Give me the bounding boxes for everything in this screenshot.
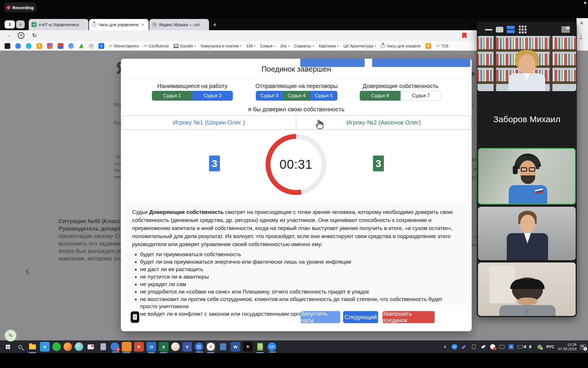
google-drive-icon[interactable] bbox=[79, 44, 84, 48]
usb-device-icon[interactable] bbox=[471, 344, 477, 350]
yandex-tray-icon[interactable] bbox=[490, 344, 495, 349]
stacked-view-icon[interactable] bbox=[507, 26, 515, 29]
back-icon[interactable]: ← bbox=[6, 32, 12, 39]
gallery-view-icon[interactable] bbox=[519, 26, 527, 33]
mini-card-button[interactable] bbox=[131, 311, 139, 323]
screen-recorder-icon[interactable] bbox=[86, 342, 96, 352]
battery-icon[interactable] bbox=[517, 344, 523, 350]
tab-music[interactable]: Яндекс Музыка — соби bbox=[149, 19, 209, 30]
windows-start-button[interactable] bbox=[3, 342, 13, 352]
globe-app-icon[interactable] bbox=[75, 342, 83, 351]
bookmark-y25[interactable]: ✂ Y25 bbox=[436, 43, 448, 49]
bookmark-komunalka[interactable]: Комуналка и платеж ▾ bbox=[201, 44, 241, 48]
download-icon[interactable]: ↓ bbox=[580, 32, 582, 39]
visio-icon[interactable]: V bbox=[182, 342, 192, 352]
clock[interactable]: 13:2607.09.2024 bbox=[558, 342, 577, 351]
file-explorer-icon[interactable] bbox=[28, 342, 37, 352]
bookmark-label: ЦК Архитектура bbox=[343, 44, 373, 48]
outlook-tray-icon[interactable]: O bbox=[508, 344, 514, 349]
bookmark-timer[interactable]: Часы для управле bbox=[381, 44, 421, 48]
judge-2-button[interactable]: Судья 2 bbox=[192, 91, 233, 101]
paint-icon[interactable] bbox=[171, 342, 180, 351]
collapse-thumbnails-chevron[interactable]: ∨ bbox=[477, 306, 577, 315]
vpn-curve-icon[interactable] bbox=[480, 344, 487, 350]
page-header-button-left[interactable] bbox=[300, 59, 365, 67]
layout-view-icon[interactable] bbox=[561, 26, 570, 33]
bookmark-serials[interactable]: Сериалы ▾ bbox=[294, 44, 314, 48]
yandex-home-icon[interactable]: Я bbox=[18, 32, 24, 39]
bookmark-family[interactable]: Семья ▾ bbox=[260, 44, 275, 48]
page-header-button-right[interactable] bbox=[372, 59, 470, 67]
yandex-browser-icon[interactable]: Y bbox=[206, 342, 216, 352]
favicon-swoosh-icon[interactable] bbox=[68, 43, 74, 49]
speaker-view-icon[interactable] bbox=[496, 27, 503, 32]
excel-icon[interactable]: X bbox=[159, 342, 169, 352]
main-speaker-video[interactable] bbox=[477, 36, 576, 91]
tab-list-chevron[interactable]: ▾ bbox=[16, 20, 25, 28]
judge-6-button[interactable]: Судья 6 bbox=[360, 91, 401, 101]
minimize-icon[interactable] bbox=[485, 29, 492, 30]
stacked-view-icon[interactable] bbox=[507, 30, 515, 33]
favicon-chat-icon[interactable] bbox=[15, 43, 21, 49]
vscode-icon[interactable]: V bbox=[40, 342, 50, 352]
network-lock-icon[interactable] bbox=[537, 344, 543, 350]
new-tab-button[interactable]: + bbox=[213, 21, 217, 28]
bookmark-confluence[interactable]: ✂ Confluence bbox=[144, 43, 169, 49]
favicon-six-icon[interactable]: 6 bbox=[98, 43, 104, 49]
tab-sheets[interactable]: я-ИТ-ы Управленческие п bbox=[29, 19, 88, 30]
bookmark-cm[interactable]: СМ ▾ bbox=[246, 44, 255, 48]
judge-4-button[interactable]: Судья 4 bbox=[283, 91, 310, 101]
judge-7-button[interactable]: Судья 7 bbox=[401, 91, 441, 101]
bookmark-pictures[interactable]: Картинки ▾ bbox=[319, 44, 339, 48]
winrar-icon[interactable] bbox=[218, 342, 228, 352]
display-tray-icon[interactable] bbox=[499, 344, 505, 350]
firefox-icon[interactable] bbox=[63, 342, 72, 351]
powerpoint-icon[interactable]: P bbox=[134, 342, 144, 352]
calculator-icon[interactable] bbox=[98, 342, 108, 352]
word-icon[interactable]: W bbox=[231, 342, 240, 352]
participant-video-active[interactable] bbox=[478, 148, 576, 204]
feather-pen-icon[interactable] bbox=[461, 344, 467, 350]
notepad-icon[interactable] bbox=[255, 342, 265, 352]
whatsapp-icon[interactable] bbox=[52, 342, 61, 351]
outlook-icon[interactable]: O bbox=[146, 342, 156, 352]
zoom-tray-icon[interactable]: zm bbox=[452, 344, 457, 350]
favicon-game-icon[interactable] bbox=[47, 43, 53, 49]
search-button[interactable] bbox=[15, 342, 25, 352]
zoom-app-icon[interactable]: zm bbox=[268, 342, 276, 351]
refresh-icon[interactable]: ↻ bbox=[32, 32, 37, 39]
carousel-prev-chevron[interactable]: ‹ bbox=[25, 263, 30, 278]
favicon-orange-icon[interactable] bbox=[36, 43, 42, 49]
bookmark-jira[interactable]: Jira ▾ bbox=[280, 44, 289, 48]
tab-timer-active[interactable]: Часы для управленческ × bbox=[89, 19, 149, 30]
dots-app-icon[interactable] bbox=[195, 342, 203, 351]
bookmark-ducalis[interactable]: Ducalis ▾ bbox=[174, 44, 196, 48]
favicon-orange-icon[interactable] bbox=[425, 43, 431, 49]
start-clock-button[interactable]: Запустить часы bbox=[301, 311, 340, 323]
close-icon[interactable]: × bbox=[580, 20, 583, 26]
bookmark-flag-icon[interactable] bbox=[462, 33, 467, 39]
favicon-plus-icon[interactable] bbox=[5, 43, 10, 49]
drawio-icon[interactable] bbox=[122, 342, 131, 352]
tab-close-icon[interactable]: × bbox=[142, 22, 144, 27]
favicon-mario-icon[interactable] bbox=[58, 43, 63, 49]
favicon-pause-icon[interactable] bbox=[89, 44, 94, 48]
bookmark-architecture[interactable]: ЦК Архитектура ▾ bbox=[343, 44, 376, 48]
judge-5-button[interactable]: Судья 5 bbox=[310, 91, 337, 101]
favicon-drop-icon[interactable] bbox=[26, 43, 32, 49]
tray-chevron-up-icon[interactable]: ∧ bbox=[442, 344, 448, 350]
tab-counter[interactable]: 3 bbox=[5, 20, 15, 28]
star-app-icon[interactable]: ✶ bbox=[243, 342, 253, 352]
judge-1-button[interactable]: Судья 1 bbox=[152, 91, 192, 101]
vote-player1-button[interactable]: Игроку №1 (Шорин Олег ) bbox=[121, 115, 296, 130]
judge-3-button[interactable]: Судья 3 bbox=[256, 91, 283, 101]
participant-video[interactable] bbox=[478, 207, 576, 260]
app-with-badge-icon[interactable]: 4 bbox=[111, 342, 119, 351]
volume-icon[interactable] bbox=[527, 344, 533, 350]
notification-center-icon[interactable]: 2 bbox=[580, 344, 586, 350]
next-button[interactable]: Следующий bbox=[343, 311, 378, 323]
language-indicator[interactable]: РУС bbox=[546, 344, 554, 349]
annotation-pencil-button[interactable]: ✎ bbox=[5, 329, 17, 342]
bookmark-monitoring[interactable]: ✂ Мониторинги bbox=[109, 43, 139, 49]
finish-duel-button[interactable]: Завершить поединок bbox=[382, 311, 435, 323]
